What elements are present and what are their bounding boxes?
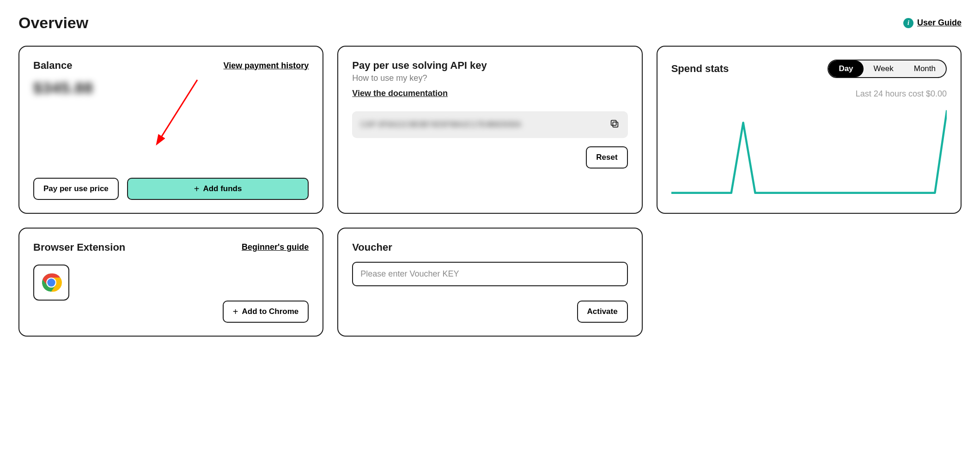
voucher-title: Voucher	[352, 241, 627, 253]
voucher-card: Voucher Activate	[337, 228, 642, 337]
add-to-chrome-button[interactable]: + Add to Chrome	[223, 301, 309, 323]
api-key-box: CAP-3F8A21C9E0B74D5F98A2C17E4B6D930A	[352, 111, 627, 138]
plus-icon: +	[233, 307, 238, 316]
spend-chart	[671, 103, 947, 200]
extension-card: Browser Extension Beginner's guide	[18, 228, 323, 337]
spend-subtext: Last 24 hours cost $0.00	[671, 89, 947, 99]
tab-day[interactable]: Day	[828, 60, 863, 77]
balance-title: Balance	[33, 60, 72, 72]
balance-card: Balance View payment history $345.88 Pay…	[18, 46, 323, 214]
svg-rect-2	[611, 121, 616, 126]
info-icon: i	[903, 18, 913, 28]
voucher-input[interactable]	[352, 262, 627, 286]
api-title: Pay per use solving API key	[352, 60, 627, 72]
spend-stats-card: Spend stats Day Week Month Last 24 hours…	[657, 46, 962, 214]
api-key-value: CAP-3F8A21C9E0B74D5F98A2C17E4B6D930A	[360, 121, 603, 129]
activate-button[interactable]: Activate	[577, 301, 628, 323]
add-to-chrome-label: Add to Chrome	[242, 307, 299, 316]
page-title: Overview	[18, 14, 88, 32]
user-guide-link[interactable]: i User Guide	[903, 18, 962, 28]
plus-icon: +	[194, 184, 200, 193]
add-funds-button[interactable]: + Add funds	[127, 178, 309, 200]
payment-history-link[interactable]: View payment history	[224, 61, 309, 71]
extension-title: Browser Extension	[33, 241, 125, 253]
api-how-to: How to use my key?	[352, 73, 627, 83]
pay-per-use-price-button[interactable]: Pay per use price	[33, 178, 119, 200]
copy-icon[interactable]	[609, 119, 620, 131]
chrome-icon[interactable]	[33, 265, 69, 301]
spend-range-toggle: Day Week Month	[828, 60, 947, 78]
add-funds-label: Add funds	[203, 184, 242, 193]
api-docs-link[interactable]: View the documentation	[352, 89, 627, 98]
tab-month[interactable]: Month	[904, 60, 946, 77]
spend-title: Spend stats	[671, 63, 729, 75]
balance-amount: $345.88	[33, 79, 309, 97]
user-guide-label[interactable]: User Guide	[917, 18, 962, 28]
beginners-guide-link[interactable]: Beginner's guide	[242, 242, 309, 252]
svg-point-5	[47, 278, 55, 286]
tab-week[interactable]: Week	[864, 60, 904, 77]
reset-button[interactable]: Reset	[586, 146, 627, 169]
svg-rect-1	[613, 122, 618, 127]
api-key-card: Pay per use solving API key How to use m…	[337, 46, 642, 214]
